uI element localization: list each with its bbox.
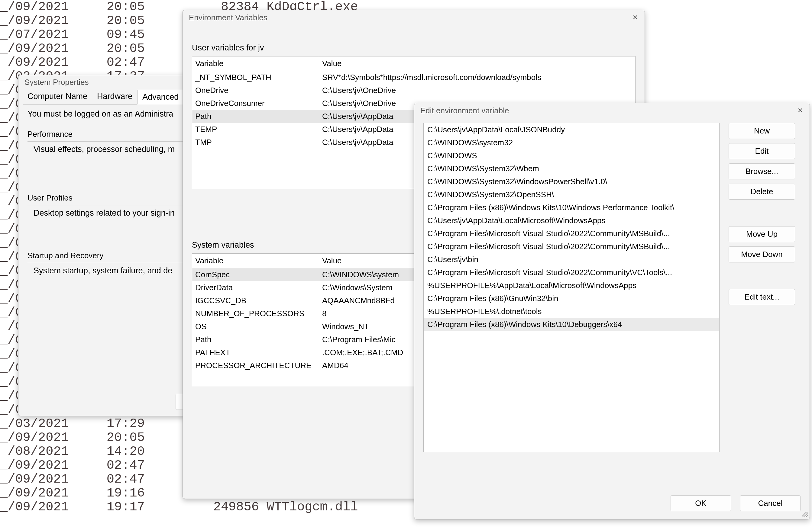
table-row[interactable]: _NT_SYMBOL_PATHSRV*d:\Symbols*https://ms… [192,71,635,84]
sysprops-title: System Properties [25,78,89,87]
variable-name: Path [192,333,319,346]
tab-advanced[interactable]: Advanced [137,90,184,105]
edit-button[interactable]: Edit [729,143,795,159]
ok-button[interactable]: OK [670,495,731,511]
column-header-variable[interactable]: Variable [192,254,319,268]
close-icon[interactable]: ✕ [629,12,641,22]
edit-environment-variable-dialog: Edit environment variable ✕ C:\Users\jv\… [414,103,810,520]
variable-name: PATHEXT [192,346,319,359]
variable-name: TMP [192,136,319,149]
list-item[interactable]: C:\Program Files (x86)\GnuWin32\bin [424,292,719,305]
column-header-value[interactable]: Value [319,57,635,71]
variable-name: OneDriveConsumer [192,97,319,110]
list-item[interactable]: C:\Program Files (x86)\Windows Kits\10\D… [424,318,719,331]
variable-name: NUMBER_OF_PROCESSORS [192,307,319,320]
path-listbox[interactable]: C:\Users\jv\AppData\Local\JSONBuddyC:\WI… [423,123,720,452]
list-item[interactable]: C:\WINDOWS\System32\Wbem [424,162,719,175]
edit-text-button[interactable]: Edit text... [729,289,795,305]
list-item[interactable]: C:\WINDOWS\System32\OpenSSH\ [424,188,719,201]
variable-name: OS [192,320,319,333]
table-row[interactable]: OneDriveC:\Users\jv\OneDrive [192,84,635,97]
variable-name: _NT_SYMBOL_PATH [192,71,319,84]
list-item[interactable]: C:\Program Files\Microsoft Visual Studio… [424,240,719,253]
list-item[interactable]: %USERPROFILE%\.dotnet\tools [424,305,719,318]
list-item[interactable]: C:\WINDOWS [424,149,719,162]
envvars-title: Environment Variables [189,13,267,22]
list-item[interactable]: C:\Program Files (x86)\Windows Kits\10\W… [424,201,719,214]
list-item[interactable]: C:\WINDOWS\system32 [424,136,719,149]
list-item[interactable]: C:\Program Files\Microsoft Visual Studio… [424,227,719,240]
tab-computer-name[interactable]: Computer Name [23,89,92,104]
editpath-titlebar[interactable]: Edit environment variable ✕ [414,103,810,118]
variable-name: ComSpec [192,268,319,281]
list-item[interactable]: C:\WINDOWS\System32\WindowsPowerShell\v1… [424,175,719,188]
cancel-button[interactable]: Cancel [740,495,800,511]
variable-name: IGCCSVC_DB [192,294,319,307]
list-item[interactable]: C:\Users\jv\AppData\Local\Microsoft\Wind… [424,214,719,227]
user-variables-label: User variables for jv [192,43,636,52]
column-header-variable[interactable]: Variable [192,57,319,71]
delete-button[interactable]: Delete [729,184,795,200]
move-up-button[interactable]: Move Up [729,226,795,242]
variable-name: PROCESSOR_ARCHITECTURE [192,359,319,372]
variable-name: DriverData [192,281,319,294]
variable-value: C:\Users\jv\OneDrive [319,84,635,97]
resize-grip-icon[interactable] [802,512,808,517]
variable-name: OneDrive [192,84,319,97]
list-item[interactable]: C:\Users\jv\bin [424,253,719,266]
list-item[interactable]: C:\Users\jv\AppData\Local\JSONBuddy [424,123,719,136]
envvars-titlebar[interactable]: Environment Variables ✕ [183,10,644,25]
variable-name: Path [192,110,319,123]
variable-value: SRV*d:\Symbols*https://msdl.microsoft.co… [319,71,635,84]
tab-hardware[interactable]: Hardware [92,89,137,104]
editpath-title: Edit environment variable [420,106,509,115]
browse-button[interactable]: Browse... [729,163,795,179]
variable-name: TEMP [192,123,319,136]
list-item[interactable]: C:\Program Files\Microsoft Visual Studio… [424,266,719,279]
move-down-button[interactable]: Move Down [729,246,795,262]
close-icon[interactable]: ✕ [795,105,806,116]
list-item[interactable]: %USERPROFILE%\AppData\Local\Microsoft\Wi… [424,279,719,292]
new-button[interactable]: New [729,123,795,139]
